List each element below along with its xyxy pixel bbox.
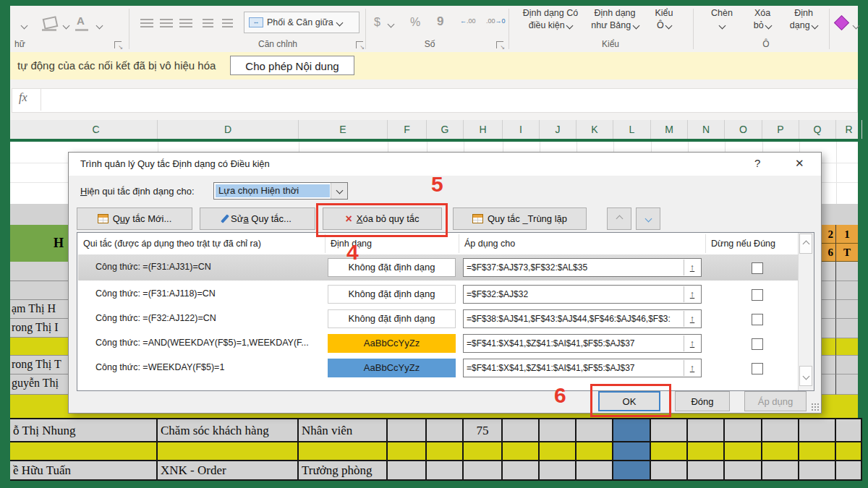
- rule-row[interactable]: Công thức: =(F31:AJ31)=CN Không đặt định…: [78, 254, 799, 281]
- rule-row[interactable]: Công thức: =AND(WEEKDAY(F$5)=1,WEEKDAY(F…: [78, 332, 799, 356]
- stop-if-true-checkbox[interactable]: [752, 338, 763, 350]
- sheet-cell[interactable]: Chăm sóc khách hàng: [158, 418, 299, 442]
- sheet-cell[interactable]: [299, 442, 388, 461]
- sheet-cell[interactable]: [688, 442, 725, 461]
- range-picker-button[interactable]: ↑: [684, 360, 700, 376]
- sheet-cell[interactable]: 1: [836, 225, 858, 244]
- sheet-cell[interactable]: [836, 319, 858, 338]
- sheet-cell[interactable]: ề Hữu Tuấn: [10, 461, 158, 481]
- sheet-cell[interactable]: [762, 442, 799, 461]
- sheet-cell[interactable]: [427, 418, 464, 442]
- sheet-cell[interactable]: [10, 338, 68, 356]
- sheet-cell[interactable]: Nhân viên: [299, 418, 388, 442]
- sheet-cell[interactable]: [427, 442, 464, 461]
- sheet-cell[interactable]: [799, 461, 836, 481]
- chevron-down-icon[interactable]: [331, 183, 347, 199]
- column-header-K[interactable]: K: [576, 120, 613, 139]
- sheet-cell[interactable]: [836, 338, 858, 356]
- sheet-cell[interactable]: 2: [821, 225, 836, 244]
- range-picker-button[interactable]: ↑: [684, 286, 700, 302]
- stop-if-true-checkbox[interactable]: [752, 289, 763, 301]
- sheet-cell[interactable]: [821, 300, 836, 319]
- align-center-icon[interactable]: [160, 19, 173, 27]
- dialog-launcher-icon[interactable]: [496, 41, 503, 48]
- sheet-cell[interactable]: [576, 461, 613, 481]
- stop-if-true-checkbox[interactable]: [752, 314, 763, 325]
- sheet-cell[interactable]: [836, 281, 858, 300]
- column-header-G[interactable]: G: [427, 120, 464, 139]
- column-header-R[interactable]: R: [836, 120, 862, 139]
- insert-cells-button[interactable]: Chèn: [703, 7, 741, 32]
- sheet-cell[interactable]: [821, 338, 836, 356]
- sheet-cell[interactable]: [10, 281, 68, 300]
- sheet-cell[interactable]: [10, 262, 68, 281]
- sheet-cell[interactable]: [464, 461, 503, 481]
- apply-button[interactable]: Áp dụng: [744, 391, 807, 411]
- delete-cells-button[interactable]: Xóa bỏ: [744, 7, 781, 32]
- sheet-cell[interactable]: [836, 300, 858, 319]
- sheet-cell[interactable]: [540, 461, 576, 481]
- sheet-cell[interactable]: guyễn Thị: [10, 374, 68, 395]
- column-header-H[interactable]: H: [464, 120, 503, 139]
- sheet-cell[interactable]: [725, 418, 762, 442]
- sheet-cell[interactable]: [821, 374, 836, 395]
- sheet-cell[interactable]: ạm Thị H: [10, 300, 68, 319]
- show-rules-dropdown[interactable]: Lựa chọn Hiện thời: [213, 182, 348, 200]
- column-header-F[interactable]: F: [388, 120, 427, 139]
- sheet-cell[interactable]: Trưởng phòng: [299, 461, 388, 481]
- format-cells-button[interactable]: Định dạng: [783, 7, 825, 32]
- sheet-cell[interactable]: [799, 442, 836, 461]
- decrease-decimal-icon[interactable]: .00→0: [486, 17, 506, 25]
- align-left-icon[interactable]: [140, 19, 153, 27]
- dialog-titlebar[interactable]: Trình quản lý Quy tắc Định dạng có Điều …: [69, 153, 821, 176]
- sheet-cell[interactable]: [836, 356, 858, 374]
- help-button[interactable]: ?: [754, 157, 760, 169]
- cell-styles-button[interactable]: Kiểu Ô: [645, 7, 683, 32]
- sheet-cell[interactable]: [576, 442, 613, 461]
- sheet-cell[interactable]: rong Thị I: [10, 319, 68, 338]
- sheet-cell[interactable]: [821, 356, 836, 374]
- chevron-down-icon[interactable]: [21, 22, 28, 30]
- sheet-cell[interactable]: [651, 442, 688, 461]
- sheet-cell[interactable]: XNK - Order: [158, 461, 299, 481]
- rule-row[interactable]: Công thức: =WEEKDAY(F$5)=1 AaBbCcYyZz =$…: [78, 356, 799, 381]
- column-header-J[interactable]: J: [540, 120, 576, 139]
- sheet-cell[interactable]: [10, 442, 158, 461]
- applies-to-input[interactable]: =$F$41:$X$41,$Z$41:$AI$41,$F$5:$AJ$37 ↑: [463, 359, 702, 377]
- sheet-cell[interactable]: [836, 461, 862, 481]
- formula-input[interactable]: [12, 88, 858, 113]
- sheet-cell[interactable]: T: [836, 244, 858, 262]
- format-as-table-button[interactable]: Định dạng như Bảng: [580, 7, 650, 32]
- sheet-cell[interactable]: [836, 262, 858, 281]
- sheet-cell[interactable]: 75: [464, 418, 503, 442]
- fill-color-icon[interactable]: [43, 16, 59, 30]
- column-header-L[interactable]: L: [613, 120, 651, 139]
- sheet-cell[interactable]: [503, 461, 540, 481]
- clear-formats-icon[interactable]: [834, 15, 849, 30]
- currency-format-icon[interactable]: $: [374, 16, 380, 29]
- column-header-N[interactable]: N: [688, 120, 725, 139]
- move-rule-up-button[interactable]: [607, 207, 631, 230]
- range-picker-button[interactable]: ↑: [684, 260, 700, 275]
- rule-row[interactable]: Công thức: =(F31:AJ118)=CN Không đặt địn…: [78, 283, 799, 307]
- fx-icon[interactable]: fx: [19, 91, 27, 104]
- sheet-cell[interactable]: [388, 461, 427, 481]
- list-scrollbar[interactable]: [798, 233, 814, 390]
- applies-to-input[interactable]: =$F$37:$AJ$73,$F$32:$AL$35 ↑: [463, 258, 702, 277]
- sheet-cell[interactable]: [576, 418, 613, 442]
- close-button[interactable]: Đóng: [675, 391, 730, 411]
- sheet-cell[interactable]: [725, 461, 762, 481]
- duplicate-rule-button[interactable]: Quy tắc _Trùng lặp: [453, 207, 587, 230]
- enable-content-button[interactable]: Cho phép Nội dung: [230, 56, 354, 75]
- applies-to-input[interactable]: =$F$41:$X$41,$Z$41:$AI$41,$F$5:$AJ$37 ↑: [463, 334, 702, 353]
- sheet-cell[interactable]: ỗ Thị Nhung: [10, 418, 158, 442]
- column-header-O[interactable]: O: [725, 120, 762, 139]
- sheet-cell[interactable]: [821, 319, 836, 338]
- sheet-cell[interactable]: [613, 418, 651, 442]
- column-header-E[interactable]: E: [299, 120, 388, 139]
- dialog-launcher-icon[interactable]: [114, 41, 122, 48]
- stop-if-true-checkbox[interactable]: [752, 363, 763, 374]
- sheet-cell[interactable]: [725, 442, 762, 461]
- green-header-cell[interactable]: H: [10, 225, 68, 262]
- scroll-down-button[interactable]: [799, 366, 812, 386]
